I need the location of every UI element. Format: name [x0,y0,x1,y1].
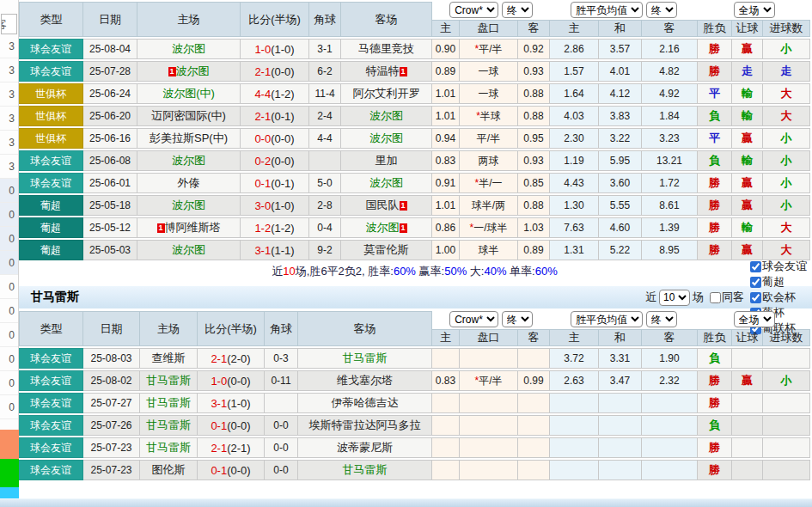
match-date-cell: 25-08-03 [83,348,140,369]
wdl-mean-select[interactable]: 胜平负均值 [571,2,643,18]
col-header-type: 类型 [19,311,83,346]
mean-away-cell: 8.61 [642,195,698,216]
team-name: 波尔图 [176,64,210,77]
mean-home-cell: 1.19 [550,150,599,171]
same-away-checkbox[interactable] [710,292,721,303]
score-cell: 0-1(0-1) [241,173,309,193]
score-cell: 2-1(2-0) [198,348,265,369]
yellow-card-badge: 1 [400,223,407,233]
final-odds-select[interactable]: 终 [502,311,533,327]
score-cell: 2-1(2-1) [198,437,265,458]
halftime-score: (0-0) [227,375,250,388]
col-header-home: 主场 [137,2,241,37]
halftime-score: (0-0) [271,155,294,168]
home-team-cell: 彭美拉斯SP(中) [137,128,241,149]
competition-type-cell: 世俱杯 [19,128,83,149]
competition-type-cell: 球会友谊 [19,415,83,436]
fulltime-score: 4-4 [254,88,271,101]
cutoff-cell: 客 [1,14,17,34]
team-name: 外傣 [178,176,200,189]
result-cell: 勝 [698,240,732,260]
cutoff-partial-text: 客 [1,17,7,33]
col-header-score: 比分(半场) [198,311,265,346]
team-name: 里加 [375,154,398,167]
match-date-cell: 25-06-20 [83,106,137,126]
away-team-cell: 维戈塞尔塔 [298,370,432,391]
team-name: 甘马雷斯 [343,463,388,476]
final-mean-select[interactable]: 终 [646,2,677,18]
corner-cell: 6-2 [309,61,341,82]
competition-type-cell: 球会友谊 [19,393,83,413]
mean-draw-cell: 3.22 [599,128,642,149]
score-cell: 0-1(0-0) [198,415,265,436]
crow-home-odds-cell [432,415,460,436]
same-away-filter[interactable]: 同客 [705,290,744,305]
team-name: 埃斯特雷拉达阿马多拉 [309,418,421,431]
crow-home-odds-cell: 1.01 [432,83,460,104]
mean-home-cell: 2.30 [550,128,599,149]
match-row: 世俱杯25-06-16彭美拉斯SP(中)0-0(0-0)4-4波尔图0.94平/… [19,128,810,149]
corner-cell: 2-4 [309,106,341,126]
handicap-result-cell: 贏 [732,195,763,216]
team-name: 国民队 [366,199,400,211]
col-header-handicap: 盘口 [460,20,518,37]
goals-result-cell: 小 [763,173,810,193]
cutoff-number-cell: 3 [0,34,18,58]
mean-home-cell [550,460,599,480]
fulltime-score: 1-2 [254,222,271,235]
cutoff-number-cell: 0 [0,395,18,419]
early-change-star: * [474,375,479,387]
col-header-crow-away: 客 [518,20,550,37]
final-mean-select[interactable]: 终 [646,311,677,327]
fulltime-score: 2-1 [254,110,271,123]
halftime-score: (0-1) [271,177,294,190]
cutoff-number-cell: 0 [0,299,18,323]
handicap-result-cell: 贏 [732,173,763,193]
wdl-mean-select[interactable]: 胜平负均值 [571,311,643,327]
score-cell: 0-1(0-0) [198,460,265,480]
league-filter-checkbox[interactable] [750,277,761,288]
odds-company-select[interactable]: Crow* [449,311,498,327]
away-team-cell: 莫雷伦斯 [341,240,432,260]
team-name: 甘马雷斯 [146,374,191,387]
halftime-score: (1-1) [271,244,294,257]
handicap-cell [460,348,518,369]
team-name: 伊蒂哈德吉达 [332,396,399,409]
col-header-crow-home: 主 [432,20,460,37]
mean-home-cell: 1.64 [550,83,599,104]
goals-result-cell [763,393,810,413]
recent-count-select[interactable]: 10 [659,290,690,306]
crow-home-odds-cell: 0.89 [432,61,460,82]
league-filter-checkbox[interactable] [750,261,761,272]
competition-type-cell: 球会友谊 [19,61,83,82]
final-odds-select[interactable]: 终 [502,2,533,18]
cutoff-color-block [0,459,19,487]
away-team-cell: 甘马雷斯 [298,460,432,480]
mean-home-cell: 1.57 [550,61,599,82]
crow-away-odds-cell: 0.95 [518,128,550,149]
summary-part: 50% [444,265,467,278]
mean-draw-cell: 3.31 [599,348,642,369]
col-header-result: 胜负 [698,20,732,37]
odds-company-select[interactable]: Crow* [449,2,498,18]
home-team-cell: 波尔图 [137,195,241,216]
handicap-cell: 平/半 [460,128,518,149]
competition-type-cell: 球会友谊 [19,348,83,369]
same-away-label: 同客 [722,290,744,305]
col-header-crow-away: 客 [518,329,550,346]
col-header-mean-draw: 和 [599,20,642,37]
scope-select[interactable]: 全场 [734,311,775,327]
col-header-corner: 角球 [309,2,341,37]
team-name: 阿尔艾利开罗 [353,87,420,100]
league-filter[interactable]: 球会友谊 [746,259,807,274]
league-filter-checkbox[interactable] [750,292,761,303]
competition-type-cell: 球会友谊 [19,370,83,391]
league-filter[interactable]: 欧会杯 [746,290,807,305]
mean-home-cell [550,437,599,458]
league-filter[interactable]: 葡超 [746,274,807,290]
handicap-result-cell [732,415,763,436]
corner-cell: 0-0 [265,415,298,436]
match-row: 球会友谊25-08-03查维斯2-1(2-0)0-3甘马雷斯3.723.311.… [19,348,810,369]
crow-away-odds-cell: 0.88 [518,106,550,126]
scope-select[interactable]: 全场 [734,2,775,18]
